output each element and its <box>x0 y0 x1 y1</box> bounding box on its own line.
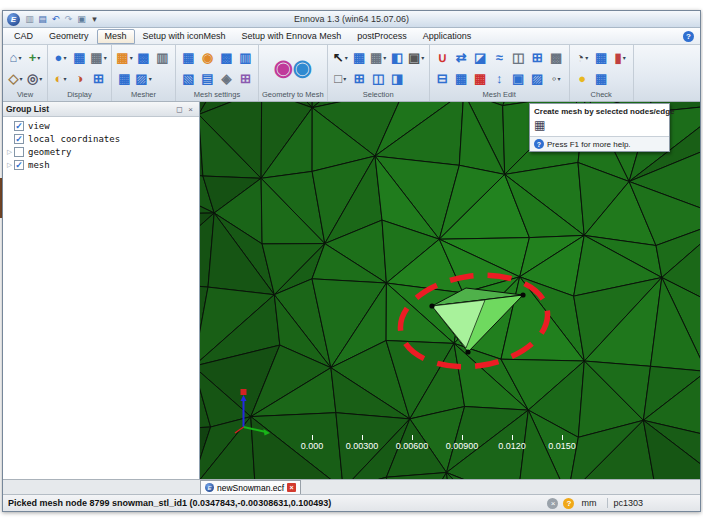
move-node-icon[interactable]: ↕ <box>490 69 509 88</box>
select-node-icon[interactable]: ⊞ <box>350 69 369 88</box>
check-status-icon[interactable]: ● <box>573 69 592 88</box>
close-panel-icon[interactable]: × <box>185 105 196 114</box>
float-panel-icon[interactable]: ◻ <box>174 105 185 114</box>
mesh-edit-more-icon[interactable]: ◦▾ <box>547 69 566 88</box>
select-face-icon[interactable]: ▦ <box>350 48 369 67</box>
menu-tab-postprocess[interactable]: postProcess <box>349 29 415 44</box>
select-box-icon[interactable]: □▾ <box>331 69 350 88</box>
expand-arrow-icon[interactable]: ▷ <box>5 161 14 169</box>
status-help-icon[interactable]: ? <box>563 498 574 509</box>
mesh-display-icon[interactable]: ▦▾ <box>89 48 108 67</box>
overlap-check-icon[interactable]: ▦ <box>592 69 611 88</box>
new-window-icon[interactable]: ▥ <box>23 13 36 26</box>
tooltip-footer: ? Press F1 for more help. <box>530 136 669 151</box>
merge-nodes-icon[interactable]: ∪ <box>433 48 452 67</box>
fit-view-icon[interactable]: +▾ <box>25 48 44 67</box>
grid-display-icon[interactable]: ▦ <box>70 48 89 67</box>
checkbox-view[interactable]: ✓ <box>14 121 24 131</box>
home-view-icon[interactable]: ⌂▾ <box>6 48 25 67</box>
ennova-logo[interactable]: E <box>7 13 20 26</box>
checkbox-mesh[interactable]: ✓ <box>14 160 24 170</box>
status-stop-icon[interactable]: × <box>547 498 558 509</box>
boundary-layer-icon[interactable]: ▤ <box>198 69 217 88</box>
smooth-mesh-icon[interactable]: ≈ <box>490 48 509 67</box>
redo-icon[interactable]: ↷ <box>62 13 75 26</box>
mesh-to-geometry-icon[interactable]: ◉ <box>293 59 312 78</box>
screen-capture-icon[interactable]: ▣ <box>75 13 88 26</box>
select-append-icon[interactable]: ◫ <box>369 69 388 88</box>
stitch-mesh-icon[interactable]: ▨ <box>528 69 547 88</box>
document-icon: E <box>205 483 214 492</box>
expand-arrow-icon[interactable]: ▷ <box>5 148 14 156</box>
menu-tab-setup-with-iconmesh[interactable]: Setup with iconMesh <box>135 29 234 44</box>
hex-mesher-icon[interactable]: ▩ <box>134 48 153 67</box>
shaded-display-icon[interactable]: ●▾ <box>51 48 70 67</box>
ribbon-group-label: Geometry to Mesh <box>262 90 324 100</box>
ribbon-group-display: ●▾◐▾▦◑▦▾⊞Display <box>48 45 112 101</box>
wrap-settings-icon[interactable]: ▥ <box>236 48 255 67</box>
extrude-mesh-icon[interactable]: ⊞ <box>528 48 547 67</box>
fill-hole-icon[interactable]: ▣ <box>509 69 528 88</box>
menu-bar: CADGeometryMeshSetup with iconMeshSetup … <box>3 28 700 45</box>
quality-settings-icon[interactable]: ▩ <box>217 48 236 67</box>
size-function-icon[interactable]: ◉ <box>198 48 217 67</box>
edge-display-icon[interactable]: ⊞ <box>89 69 108 88</box>
help-icon[interactable]: ? <box>683 31 694 42</box>
create-element-icon[interactable]: ◪ <box>471 48 490 67</box>
group-list-item-label: view <box>28 121 50 131</box>
swap-edge-icon[interactable]: ⇄ <box>452 48 471 67</box>
periodic-settings-icon[interactable]: ⊞ <box>236 69 255 88</box>
group-list-item-geometry[interactable]: ▷geometry <box>3 145 199 158</box>
local-size-icon[interactable]: ▧ <box>179 69 198 88</box>
group-list-item-mesh[interactable]: ▷✓mesh <box>3 158 199 171</box>
color-display-icon[interactable]: ◑ <box>70 69 89 88</box>
checkbox-local-coordinates[interactable]: ✓ <box>14 134 24 144</box>
status-bar: Picked mesh node 8799 snowman_stl_id1 (0… <box>3 494 700 511</box>
undo-icon[interactable]: ↶ <box>49 13 62 26</box>
split-edge-icon[interactable]: ▦ <box>452 69 471 88</box>
geometry-to-mesh-icon[interactable]: ◉ <box>274 59 293 78</box>
delete-element-icon[interactable]: ▦ <box>471 69 490 88</box>
tet-mesher-icon[interactable]: ▦ <box>115 69 134 88</box>
light-icon[interactable]: ◐▾ <box>51 69 70 88</box>
free-edges-icon[interactable]: ▦ <box>592 48 611 67</box>
global-size-icon[interactable]: ▦ <box>179 48 198 67</box>
menu-tab-cad[interactable]: CAD <box>6 29 41 44</box>
mesh-render <box>200 102 700 479</box>
select-edge-icon[interactable]: ▦▾ <box>369 48 388 67</box>
group-list-item-view[interactable]: ✓view <box>3 119 199 132</box>
collapse-edge-icon[interactable]: ⊟ <box>433 69 452 88</box>
ribbon-groups: ⌂▾◇▾+▾◎▾View●▾◐▾▦◑▦▾⊞Display▦▾▦▩▨▾▥Meshe… <box>3 45 634 101</box>
remesh-icon[interactable]: ▨▾ <box>134 69 153 88</box>
select-invert-icon[interactable]: ◨ <box>388 69 407 88</box>
match-settings-icon[interactable]: ◈ <box>217 69 236 88</box>
menu-tab-applications[interactable]: Applications <box>415 29 480 44</box>
histogram-icon[interactable]: ▮▾ <box>611 48 630 67</box>
check-quality-icon[interactable]: ◔▾ <box>573 48 592 67</box>
ribbon-group-mesh-settings: ▦▧◉▤▩◈▥⊞Mesh settings <box>176 45 259 101</box>
ribbon-group-geometry-to-mesh: ◉◉Geometry to Mesh <box>259 45 328 101</box>
zoom-view-icon[interactable]: ◎▾ <box>25 69 44 88</box>
ribbon-group-label: Mesh settings <box>194 90 240 100</box>
select-subtract-icon[interactable]: ◧ <box>388 48 407 67</box>
surface-mesher-icon[interactable]: ▦▾ <box>115 48 134 67</box>
blocking-icon[interactable]: ▥ <box>153 48 172 67</box>
orient-view-icon[interactable]: ◇▾ <box>6 69 25 88</box>
viewport-3d[interactable]: 0.0000.003000.006000.009000.01200.0150 C… <box>200 102 700 479</box>
group-list-item-local-coordinates[interactable]: ✓local coordinates <box>3 132 199 145</box>
save-icon[interactable]: ▤ <box>36 13 49 26</box>
toolbar-options-icon[interactable]: ▾ <box>88 13 101 26</box>
close-document-icon[interactable]: × <box>287 483 296 492</box>
project-node-icon[interactable]: ◫ <box>509 48 528 67</box>
menu-tab-geometry[interactable]: Geometry <box>41 29 97 44</box>
ribbon-group-label: Selection <box>363 90 394 100</box>
offset-mesh-icon[interactable]: ▩ <box>547 48 566 67</box>
select-filter-icon[interactable]: ▣▾ <box>407 48 426 67</box>
menu-tab-mesh[interactable]: Mesh <box>97 29 135 44</box>
ribbon-group-icons: ◔▾●▦▦▮▾ <box>573 47 630 89</box>
checkbox-geometry[interactable] <box>14 147 24 157</box>
menu-tab-setup-with-ennova-mesh[interactable]: Setup with Ennova Mesh <box>234 29 350 44</box>
document-tab[interactable]: E newSnowman.ecf × <box>200 480 301 494</box>
select-cursor-icon[interactable]: ↖▾ <box>331 48 350 67</box>
ribbon-group-selection: ↖▾□▾▦⊞▦▾◫◧◨▣▾Selection <box>328 45 430 101</box>
